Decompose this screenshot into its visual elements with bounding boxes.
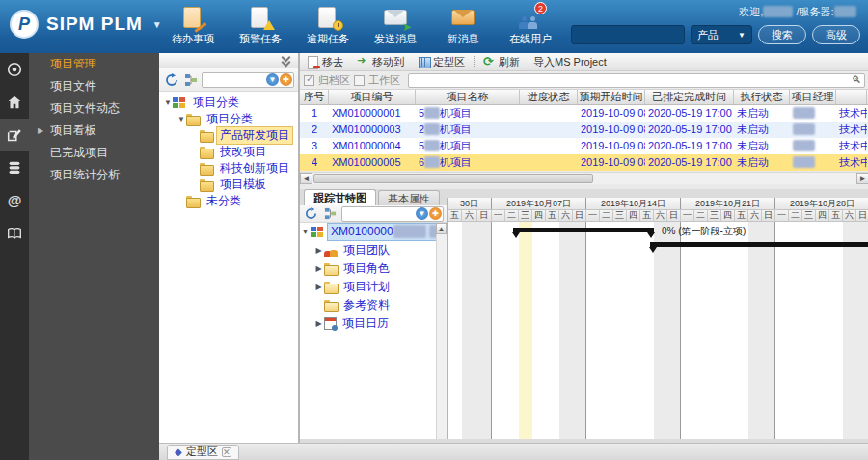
gantt-summary-bar[interactable] <box>650 242 868 247</box>
topnav-预警任务[interactable]: 预警任务 <box>227 4 294 46</box>
table-row[interactable]: 2XM0100000032██机项目2019-10-09 08:002020-0… <box>300 122 868 138</box>
gantt-bar-tooth <box>649 247 657 253</box>
table-row[interactable]: 4XM0100000056██机项目2019-10-09 08:002020-0… <box>300 154 868 171</box>
toolbar-button-刷新[interactable]: 刷新 <box>476 53 527 71</box>
menu-item-项目统计分析[interactable]: 项目统计分析 <box>29 164 159 186</box>
topnav-逾期任务[interactable]: 逾期任务 <box>294 4 362 46</box>
menu-item-项目看板[interactable]: ▶项目看板 <box>29 120 159 142</box>
column-header-序号[interactable]: 序号 <box>300 90 329 104</box>
expand-arrow-icon[interactable]: ▶ <box>313 319 324 328</box>
tree-node-项目模板[interactable]: 项目模板 <box>159 176 298 193</box>
project-child-项目计划[interactable]: ▶项目计划 <box>300 278 436 296</box>
menu-item-项目文件[interactable]: 项目文件 <box>29 75 159 97</box>
topnav-在线用户[interactable]: 2在线用户 <box>497 4 564 46</box>
quick-filter-input[interactable]: 🔍︎ <box>408 73 865 88</box>
tab-基本属性[interactable]: 基本属性 <box>378 190 440 205</box>
column-header-extra[interactable] <box>836 90 867 104</box>
scroll-up-icon[interactable]: ▲ <box>436 223 447 234</box>
expand-arrow-icon[interactable]: ▶ <box>313 246 324 255</box>
tree-node-技改项目[interactable]: 技改项目 <box>159 144 298 160</box>
toolbar-button-导入MS Project[interactable]: 导入MS Project <box>527 53 613 71</box>
toolbar-button-移去[interactable]: 移去 <box>300 53 350 71</box>
gantt-summary-bar[interactable] <box>513 228 654 232</box>
project-child-项目角色[interactable]: ▶项目角色 <box>300 259 436 278</box>
menu-item-项目文件动态[interactable]: 项目文件动态 <box>29 97 159 120</box>
filter-add-icon[interactable]: ✚ <box>280 73 292 86</box>
table-row[interactable]: 3XM0100000045██机项目2019-10-09 08:002020-0… <box>300 138 868 154</box>
search-category-dropdown[interactable]: 产品 ▼ <box>691 25 752 44</box>
rail-logo-badge[interactable] <box>0 53 29 86</box>
caret-icon[interactable]: ▼ <box>176 115 186 123</box>
cell-code[interactable]: XM010000005 <box>329 154 416 171</box>
column-header-预期开始时间[interactable]: 预期开始时间 <box>578 90 645 104</box>
column-header-项目名称[interactable]: 项目名称 <box>416 90 520 104</box>
tree-vscrollbar[interactable]: ▲ <box>436 223 447 439</box>
project-child-项目日历[interactable]: ▶项目日历 <box>300 314 436 333</box>
cell-code[interactable]: XM010000004 <box>329 138 416 154</box>
topnav-待办事项[interactable]: 待办事项 <box>159 4 227 46</box>
tree-node-项目分类[interactable]: ▼项目分类 <box>159 95 298 111</box>
cell-code[interactable]: XM010000001 <box>329 105 416 122</box>
tree-node-项目分类[interactable]: ▼项目分类 <box>159 111 298 127</box>
filter-add-icon[interactable]: ✚ <box>429 207 442 220</box>
topnav-新消息[interactable]: 新消息 <box>429 4 497 46</box>
menu-item-已完成项目[interactable]: 已完成项目 <box>29 142 159 164</box>
advanced-search-button[interactable]: 高级 <box>812 25 860 44</box>
cell-code[interactable]: XM010000003 <box>329 122 416 138</box>
project-child-项目团队[interactable]: ▶项目团队 <box>300 241 436 259</box>
gantt-weekend-column <box>654 222 667 439</box>
close-icon[interactable]: ✕ <box>222 447 231 457</box>
scroll-thumb[interactable] <box>313 174 593 183</box>
caret-icon[interactable]: ▼ <box>300 228 311 236</box>
tab-跟踪甘特图[interactable]: 跟踪甘特图 <box>304 189 376 205</box>
expand-arrow-icon[interactable]: ▶ <box>313 283 324 291</box>
gantt-week-gridline <box>774 222 775 439</box>
tree-node-科技创新项目[interactable]: 科技创新项目 <box>159 160 298 176</box>
search-button[interactable]: 搜索 <box>758 25 806 44</box>
project-root-node[interactable]: ▼XM0100000████ ███项目 <box>300 223 436 241</box>
expand-arrow-icon[interactable]: ▶ <box>313 264 324 273</box>
tree-node-未分类[interactable]: 未分类 <box>159 193 298 209</box>
toolbar-button-定型区[interactable]: 定型区 <box>411 53 472 71</box>
gantt-tree-filter-input[interactable]: ▼ ✚ <box>341 206 444 222</box>
column-header-项目经理[interactable]: 项目经理 <box>790 90 836 104</box>
scroll-left-icon[interactable]: ◄ <box>300 173 312 184</box>
rail-edit[interactable] <box>0 119 29 151</box>
toolbar-button-移动到[interactable]: 移动到 <box>350 53 411 71</box>
scroll-right-icon[interactable]: ► <box>856 173 868 184</box>
search-icon[interactable]: 🔍︎ <box>852 74 861 85</box>
edit-icon <box>6 126 23 144</box>
rail-home[interactable] <box>0 86 29 119</box>
app-logo[interactable]: P SIPM PLM ▼ <box>10 10 162 39</box>
gantt-day-label: 六 <box>559 210 573 221</box>
rail-contact[interactable]: @ <box>0 184 29 217</box>
search-input[interactable] <box>571 25 685 44</box>
column-header-进度状态[interactable]: 进度状态 <box>520 90 578 104</box>
filter-down-icon[interactable]: ▼ <box>416 207 428 220</box>
refresh-icon[interactable] <box>163 71 179 88</box>
expand-tree-icon[interactable] <box>182 71 199 88</box>
tree-filter-input[interactable]: ▼ ✚ <box>202 72 294 88</box>
rail-book[interactable] <box>0 217 29 250</box>
project-child-参考资料[interactable]: 参考资料 <box>300 296 436 314</box>
collapse-panel-icon[interactable] <box>281 55 292 67</box>
topnav-发送消息[interactable]: ➤发送消息 <box>362 4 429 46</box>
workspace-checkbox[interactable] <box>354 75 365 86</box>
rail-database[interactable] <box>0 151 29 184</box>
filter-down-icon[interactable]: ▼ <box>266 73 279 86</box>
column-header-项目编号[interactable]: 项目编号 <box>329 90 416 104</box>
bottom-tab-zone[interactable]: ◆ 定型区 ✕ <box>167 445 239 460</box>
tree-node-产品研发项目[interactable]: 产品研发项目 <box>159 127 298 144</box>
project-child-label: 项目计划 <box>340 279 393 295</box>
move-to-icon <box>357 56 369 68</box>
table-row[interactable]: 1XM0100000015██机项目2019-10-09 08:002020-0… <box>300 105 868 122</box>
expand-arrow-icon[interactable]: ▶ <box>38 120 43 142</box>
refresh-icon[interactable] <box>303 205 319 222</box>
expand-tree-icon[interactable] <box>322 205 339 222</box>
table-hscrollbar[interactable]: ◄ ► <box>300 172 868 184</box>
caret-icon[interactable]: ▼ <box>163 98 173 107</box>
column-header-执行状态[interactable]: 执行状态 <box>734 90 790 104</box>
archive-zone-checkbox[interactable] <box>304 75 314 86</box>
column-header-已排定完成时间[interactable]: 已排定完成时间 <box>645 90 734 104</box>
menu-item-项目管理[interactable]: 项目管理 <box>29 53 159 75</box>
